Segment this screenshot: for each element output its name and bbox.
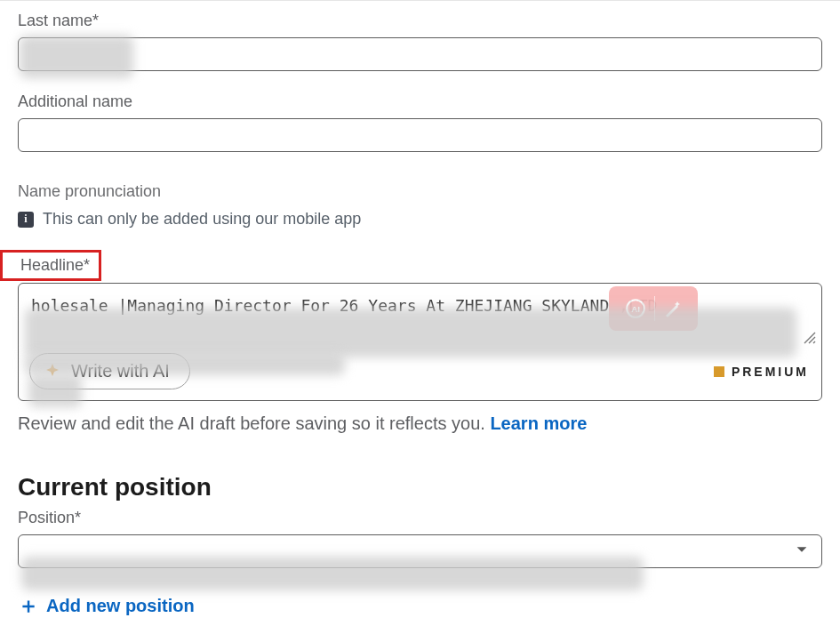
plus-icon: ＋ bbox=[18, 595, 39, 616]
sparkle-icon bbox=[43, 362, 62, 381]
write-with-ai-label: Write with AI bbox=[71, 361, 170, 381]
additional-name-group: Additional name bbox=[18, 92, 822, 152]
headline-label-highlight: Headline* bbox=[0, 250, 101, 281]
headline-container: Write with AI PREMIUM bbox=[18, 283, 822, 401]
additional-name-label: Additional name bbox=[18, 92, 822, 111]
additional-name-input[interactable] bbox=[18, 118, 822, 152]
last-name-label: Last name* bbox=[18, 12, 822, 30]
position-select[interactable] bbox=[18, 534, 822, 568]
name-pronunciation-label: Name pronunciation bbox=[18, 182, 822, 201]
magic-wand-icon bbox=[662, 298, 684, 319]
last-name-group: Last name* bbox=[18, 12, 822, 71]
ai-circle-icon: AI bbox=[624, 297, 647, 320]
svg-text:AI: AI bbox=[631, 304, 640, 314]
ai-review-text: Review and edit the AI draft before savi… bbox=[18, 413, 490, 433]
edit-profile-form[interactable]: Last name* Additional name Name pronunci… bbox=[0, 0, 840, 642]
headline-label: Headline* bbox=[20, 256, 90, 275]
headline-group: Headline* Write with AI bbox=[18, 250, 822, 434]
pronunciation-helper-text: This can only be added using our mobile … bbox=[43, 210, 361, 229]
add-new-position-label: Add new position bbox=[46, 596, 195, 616]
badge-divider bbox=[654, 296, 655, 321]
position-label: Position* bbox=[18, 509, 822, 527]
write-with-ai-button[interactable]: Write with AI bbox=[29, 353, 190, 389]
premium-badge: PREMIUM bbox=[714, 365, 809, 379]
info-icon: i bbox=[18, 212, 34, 228]
current-position-heading: Current position bbox=[18, 473, 822, 502]
position-select-wrap bbox=[18, 534, 822, 568]
add-new-position-link[interactable]: ＋ Add new position bbox=[18, 595, 195, 616]
floating-tool-badge[interactable]: AI bbox=[609, 286, 698, 331]
ai-review-helper: Review and edit the AI draft before savi… bbox=[18, 413, 822, 434]
learn-more-link[interactable]: Learn more bbox=[490, 413, 587, 433]
headline-ai-row: Write with AI PREMIUM bbox=[26, 351, 814, 391]
premium-icon bbox=[714, 366, 724, 377]
premium-text: PREMIUM bbox=[732, 365, 809, 379]
name-pronunciation-group: Name pronunciation i This can only be ad… bbox=[18, 182, 822, 229]
last-name-input[interactable] bbox=[18, 37, 822, 71]
textarea-resize-handle[interactable] bbox=[804, 332, 816, 344]
pronunciation-helper: i This can only be added using our mobil… bbox=[18, 210, 822, 229]
